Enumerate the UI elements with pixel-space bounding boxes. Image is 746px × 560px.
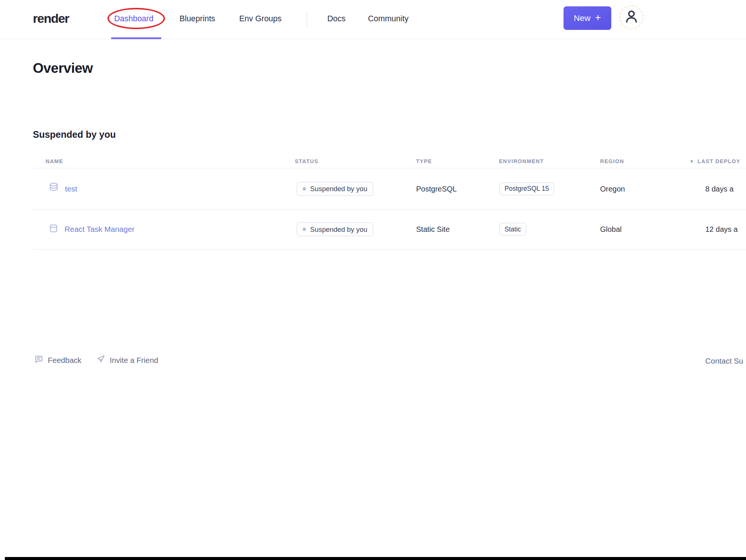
service-name-cell: test (49, 182, 77, 195)
region-cell: Global (600, 225, 622, 234)
render-dashboard-page: render Dashboard Blueprints Env Groups D… (0, 0, 746, 560)
environment-badge: PostgreSQL 15 (499, 183, 554, 195)
account-avatar-button[interactable] (619, 5, 643, 29)
column-header-name: NAME (46, 158, 63, 164)
top-nav-bar: render Dashboard Blueprints Env Groups D… (0, 0, 746, 39)
nav-link-docs[interactable]: Docs (327, 14, 346, 24)
service-name-link[interactable]: React Task Manager (65, 225, 135, 234)
active-tab-underline (111, 37, 161, 39)
service-name-cell: React Task Manager (49, 223, 135, 235)
plus-icon: + (595, 12, 601, 24)
table-bottom-divider (33, 249, 746, 249)
status-badge-label: Suspended by you (310, 225, 367, 233)
nav-tab-blueprints[interactable]: Blueprints (180, 14, 215, 24)
nav-tab-env-groups[interactable]: Env Groups (239, 14, 282, 24)
environment-cell: PostgreSQL 15 (499, 183, 554, 195)
column-header-last-deploy-label: LAST DEPLOY (697, 158, 740, 164)
status-badge: Suspended by you (297, 182, 373, 196)
column-header-environment: ENVIRONMENT (499, 158, 544, 164)
invite-a-friend-link[interactable]: Invite a Friend (96, 355, 158, 365)
status-dot-icon (303, 187, 306, 190)
status-cell: Suspended by you (297, 223, 373, 236)
type-cell: PostgreSQL (416, 184, 457, 193)
last-deploy-cell: 8 days a (705, 184, 734, 193)
column-header-status: STATUS (295, 158, 318, 164)
new-button[interactable]: New + (564, 6, 611, 30)
new-button-label: New (574, 13, 591, 23)
column-header-type: TYPE (416, 158, 432, 164)
status-badge-label: Suspended by you (310, 185, 367, 193)
environment-badge: Static (499, 223, 526, 236)
feedback-link[interactable]: Feedback (34, 355, 81, 365)
status-badge: Suspended by you (297, 223, 373, 236)
user-icon (624, 9, 639, 26)
nav-tab-dashboard[interactable]: Dashboard (114, 14, 153, 24)
page-title: Overview (33, 60, 93, 76)
footer-links: Feedback Invite a Friend (34, 355, 158, 365)
region-cell: Oregon (600, 184, 625, 193)
status-cell: Suspended by you (297, 182, 373, 196)
table-row[interactable]: React Task Manager Suspended by you Stat… (0, 209, 746, 249)
status-dot-icon (303, 228, 306, 231)
nav-divider (307, 12, 307, 27)
section-title: Suspended by you (33, 129, 116, 140)
column-header-last-deploy[interactable]: ▼ LAST DEPLOY (690, 158, 740, 164)
type-cell: Static Site (416, 225, 450, 234)
last-deploy-cell: 12 days a (705, 225, 738, 234)
feedback-label: Feedback (48, 356, 81, 365)
database-icon (49, 182, 59, 195)
environment-cell: Static (499, 223, 526, 236)
send-icon (96, 355, 105, 365)
column-header-region: REGION (600, 158, 624, 164)
nav-link-community[interactable]: Community (368, 14, 409, 24)
invite-a-friend-label: Invite a Friend (110, 356, 158, 365)
feedback-icon (34, 355, 43, 365)
static-site-icon (49, 223, 59, 235)
sort-desc-icon: ▼ (690, 159, 694, 164)
bottom-black-bar (5, 557, 746, 560)
render-logo[interactable]: render (33, 11, 69, 26)
table-row[interactable]: test Suspended by you PostgreSQL Postgre… (0, 168, 746, 209)
contact-support-link[interactable]: Contact Su (705, 357, 743, 365)
service-name-link[interactable]: test (65, 184, 77, 193)
